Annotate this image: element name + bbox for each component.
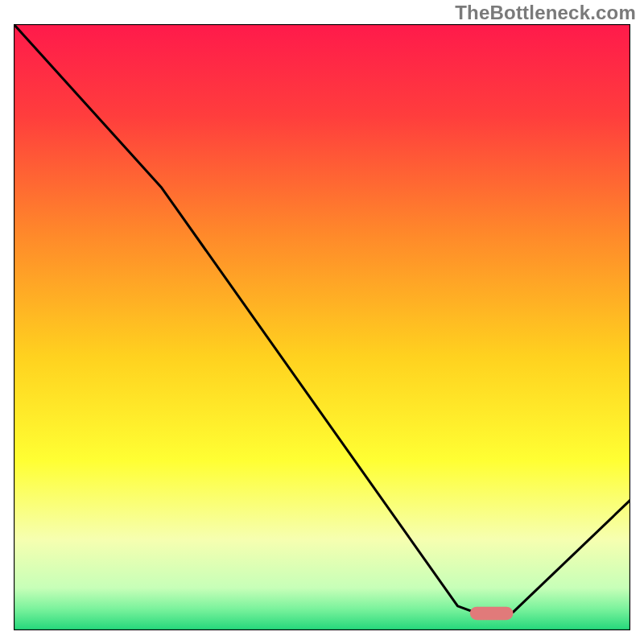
watermark-text: TheBottleneck.com <box>455 2 636 24</box>
plot-svg <box>14 24 630 630</box>
chart-frame: TheBottleneck.com <box>0 0 644 644</box>
gradient-fill <box>14 24 630 630</box>
plot-area <box>14 24 630 630</box>
valley-marker <box>470 607 514 621</box>
